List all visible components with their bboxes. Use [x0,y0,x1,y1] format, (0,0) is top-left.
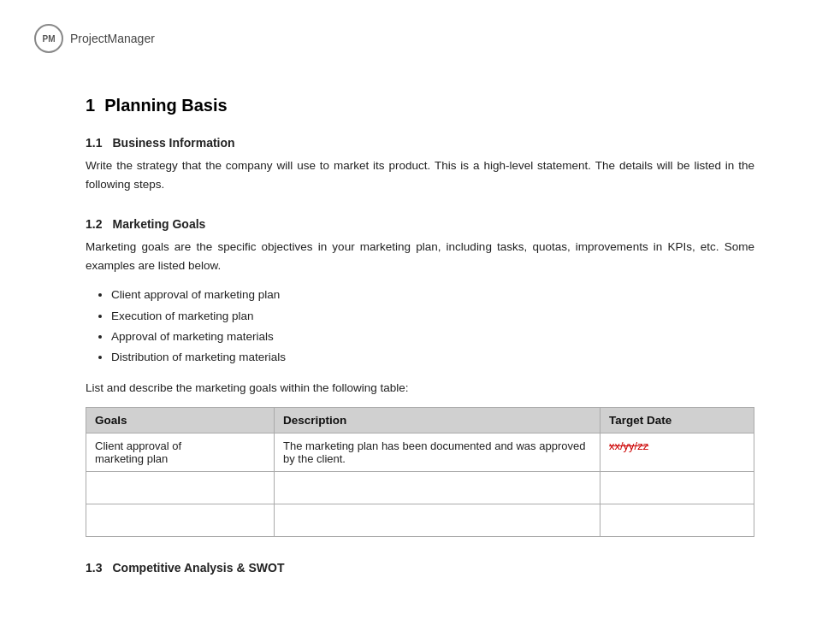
list-item: Execution of marketing plan [111,306,754,327]
subsection-1-1-number: 1.1 [86,136,102,150]
subsection-1-3-number: 1.3 [86,561,102,575]
description-cell [275,504,600,537]
subsection-1-2-number: 1.2 [86,217,102,231]
table-intro: List and describe the marketing goals wi… [86,379,754,398]
list-item: Distribution of marketing materials [111,347,754,368]
subsection-1-3-heading: 1.3 Competitive Analysis & SWOT [86,561,754,575]
date-cell [600,472,754,504]
subsection-1-2-intro: Marketing goals are the specific objecti… [86,238,754,274]
subsection-1-1-title: Business Information [112,136,234,150]
goals-cell: Client approval ofmarketing plan [86,433,275,472]
goals-table: Goals Description Target Date Client app… [86,407,754,537]
col-target-date: Target Date [600,408,754,433]
section-1-title: 1 Planning Basis [86,96,754,115]
table-header-row: Goals Description Target Date [86,408,754,433]
goals-cell [86,472,275,504]
date-cell: xx/yy/zz [600,433,754,472]
col-description: Description [275,408,600,433]
marketing-goals-list: Client approval of marketing plan Execut… [103,285,754,368]
col-goals: Goals [86,408,275,433]
subsection-1-1: 1.1 Business Information Write the strat… [86,136,754,193]
subsection-1-3-title: Competitive Analysis & SWOT [112,561,284,575]
subsection-1-2-title: Marketing Goals [112,217,205,231]
date-cell [600,504,754,537]
list-item: Client approval of marketing plan [111,285,754,305]
table-row [86,504,754,537]
subsection-1-1-heading: 1.1 Business Information [86,136,754,150]
table-row [86,472,754,504]
description-cell: The marketing plan has been documented a… [275,433,600,472]
subsection-1-1-body: Write the strategy that the company will… [86,156,754,193]
header: PM ProjectManager [34,17,806,70]
subsection-1-2-heading: 1.2 Marketing Goals [86,217,754,231]
document-content: 1 Planning Basis 1.1 Business Informatio… [34,70,806,616]
description-cell [275,472,600,504]
table-row: Client approval ofmarketing plan The mar… [86,433,754,472]
subsection-1-3: 1.3 Competitive Analysis & SWOT [86,561,754,575]
list-item: Approval of marketing materials [111,327,754,347]
logo-text: ProjectManager [70,32,155,45]
page: PM ProjectManager 1 Planning Basis 1.1 B… [0,0,840,631]
logo-icon: PM [34,24,63,53]
goals-cell [86,504,275,537]
subsection-1-2: 1.2 Marketing Goals Marketing goals are … [86,217,754,537]
